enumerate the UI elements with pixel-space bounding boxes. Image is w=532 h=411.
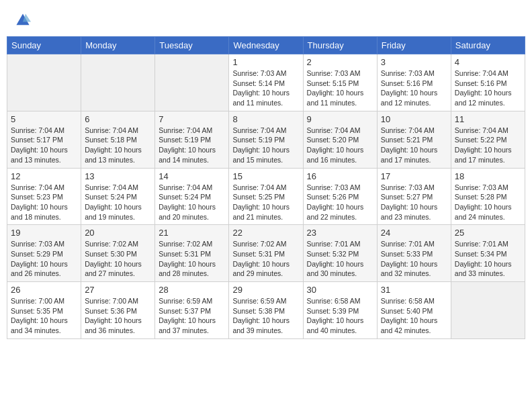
calendar-cell: 1Sunrise: 7:03 AM Sunset: 5:14 PM Daylig… <box>229 54 303 111</box>
day-number: 14 <box>159 171 225 181</box>
calendar-cell: 29Sunrise: 6:59 AM Sunset: 5:38 PM Dayli… <box>229 282 303 339</box>
calendar-cell: 20Sunrise: 7:02 AM Sunset: 5:30 PM Dayli… <box>81 225 155 282</box>
day-info: Sunrise: 6:58 AM Sunset: 5:39 PM Dayligh… <box>307 296 373 336</box>
day-number: 2 <box>307 57 373 67</box>
day-info: Sunrise: 7:03 AM Sunset: 5:16 PM Dayligh… <box>381 68 447 108</box>
calendar-cell: 27Sunrise: 7:00 AM Sunset: 5:36 PM Dayli… <box>81 282 155 339</box>
day-number: 16 <box>307 171 373 181</box>
calendar-cell <box>81 54 155 111</box>
day-number: 20 <box>85 228 151 238</box>
calendar-cell: 12Sunrise: 7:04 AM Sunset: 5:23 PM Dayli… <box>7 168 81 225</box>
calendar-cell: 22Sunrise: 7:02 AM Sunset: 5:31 PM Dayli… <box>229 225 303 282</box>
day-number: 9 <box>307 114 373 124</box>
day-info: Sunrise: 7:03 AM Sunset: 5:27 PM Dayligh… <box>381 183 447 222</box>
day-number: 13 <box>85 171 151 181</box>
day-info: Sunrise: 7:04 AM Sunset: 5:24 PM Dayligh… <box>159 183 225 222</box>
calendar-cell: 11Sunrise: 7:04 AM Sunset: 5:22 PM Dayli… <box>451 111 525 168</box>
day-info: Sunrise: 7:04 AM Sunset: 5:16 PM Dayligh… <box>455 68 521 108</box>
weekday-header-monday: Monday <box>81 37 155 54</box>
calendar-cell: 2Sunrise: 7:03 AM Sunset: 5:15 PM Daylig… <box>303 54 377 111</box>
calendar-cell: 30Sunrise: 6:58 AM Sunset: 5:39 PM Dayli… <box>303 282 377 339</box>
weekday-header-thursday: Thursday <box>303 37 377 54</box>
day-number: 8 <box>232 114 299 124</box>
weekday-header-friday: Friday <box>377 37 451 54</box>
logo-icon <box>15 12 31 28</box>
calendar-cell: 25Sunrise: 7:01 AM Sunset: 5:34 PM Dayli… <box>451 225 525 282</box>
day-info: Sunrise: 7:03 AM Sunset: 5:26 PM Dayligh… <box>307 183 373 222</box>
day-number: 28 <box>159 285 225 295</box>
week-row-5: 26Sunrise: 7:00 AM Sunset: 5:35 PM Dayli… <box>7 282 525 339</box>
day-number: 12 <box>11 171 77 181</box>
day-number: 21 <box>159 228 225 238</box>
calendar-cell: 14Sunrise: 7:04 AM Sunset: 5:24 PM Dayli… <box>155 168 229 225</box>
day-info: Sunrise: 6:59 AM Sunset: 5:38 PM Dayligh… <box>232 296 299 336</box>
day-info: Sunrise: 7:01 AM Sunset: 5:34 PM Dayligh… <box>455 239 521 279</box>
calendar-cell <box>155 54 229 111</box>
calendar-cell <box>451 282 525 339</box>
day-number: 6 <box>85 114 151 124</box>
day-info: Sunrise: 6:59 AM Sunset: 5:37 PM Dayligh… <box>159 296 225 336</box>
calendar-cell: 4Sunrise: 7:04 AM Sunset: 5:16 PM Daylig… <box>451 54 525 111</box>
day-number: 29 <box>232 285 299 295</box>
calendar-cell: 13Sunrise: 7:04 AM Sunset: 5:24 PM Dayli… <box>81 168 155 225</box>
calendar-cell: 3Sunrise: 7:03 AM Sunset: 5:16 PM Daylig… <box>377 54 451 111</box>
logo <box>13 12 31 31</box>
week-row-2: 5Sunrise: 7:04 AM Sunset: 5:17 PM Daylig… <box>7 111 525 168</box>
calendar-cell: 10Sunrise: 7:04 AM Sunset: 5:21 PM Dayli… <box>377 111 451 168</box>
day-number: 22 <box>232 228 299 238</box>
day-number: 25 <box>455 228 521 238</box>
day-info: Sunrise: 6:58 AM Sunset: 5:40 PM Dayligh… <box>381 296 447 336</box>
day-number: 30 <box>307 285 373 295</box>
weekday-header-saturday: Saturday <box>451 37 525 54</box>
calendar-cell: 5Sunrise: 7:04 AM Sunset: 5:17 PM Daylig… <box>7 111 81 168</box>
day-number: 1 <box>232 57 299 67</box>
day-number: 15 <box>232 171 299 181</box>
day-info: Sunrise: 7:03 AM Sunset: 5:15 PM Dayligh… <box>307 68 373 108</box>
calendar-cell: 16Sunrise: 7:03 AM Sunset: 5:26 PM Dayli… <box>303 168 377 225</box>
day-number: 27 <box>85 285 151 295</box>
day-info: Sunrise: 7:00 AM Sunset: 5:35 PM Dayligh… <box>11 296 77 336</box>
day-info: Sunrise: 7:04 AM Sunset: 5:24 PM Dayligh… <box>85 183 151 222</box>
day-info: Sunrise: 7:04 AM Sunset: 5:21 PM Dayligh… <box>381 126 447 165</box>
day-info: Sunrise: 7:04 AM Sunset: 5:23 PM Dayligh… <box>11 183 77 222</box>
day-number: 24 <box>381 228 447 238</box>
day-info: Sunrise: 7:04 AM Sunset: 5:19 PM Dayligh… <box>159 126 225 165</box>
calendar-cell <box>7 54 81 111</box>
day-info: Sunrise: 7:03 AM Sunset: 5:14 PM Dayligh… <box>232 68 299 108</box>
calendar-cell: 23Sunrise: 7:01 AM Sunset: 5:32 PM Dayli… <box>303 225 377 282</box>
day-number: 26 <box>11 285 77 295</box>
day-number: 7 <box>159 114 225 124</box>
day-info: Sunrise: 7:04 AM Sunset: 5:19 PM Dayligh… <box>232 126 299 165</box>
calendar-cell: 21Sunrise: 7:02 AM Sunset: 5:31 PM Dayli… <box>155 225 229 282</box>
calendar-cell: 19Sunrise: 7:03 AM Sunset: 5:29 PM Dayli… <box>7 225 81 282</box>
day-number: 10 <box>381 114 447 124</box>
weekday-header-tuesday: Tuesday <box>155 37 229 54</box>
calendar-cell: 7Sunrise: 7:04 AM Sunset: 5:19 PM Daylig… <box>155 111 229 168</box>
day-number: 19 <box>11 228 77 238</box>
calendar-cell: 26Sunrise: 7:00 AM Sunset: 5:35 PM Dayli… <box>7 282 81 339</box>
calendar-cell: 31Sunrise: 6:58 AM Sunset: 5:40 PM Dayli… <box>377 282 451 339</box>
calendar-cell: 9Sunrise: 7:04 AM Sunset: 5:20 PM Daylig… <box>303 111 377 168</box>
day-number: 4 <box>455 57 521 67</box>
calendar-cell: 28Sunrise: 6:59 AM Sunset: 5:37 PM Dayli… <box>155 282 229 339</box>
week-row-4: 19Sunrise: 7:03 AM Sunset: 5:29 PM Dayli… <box>7 225 525 282</box>
calendar-cell: 24Sunrise: 7:01 AM Sunset: 5:33 PM Dayli… <box>377 225 451 282</box>
page-header <box>7 7 525 34</box>
day-info: Sunrise: 7:01 AM Sunset: 5:32 PM Dayligh… <box>307 239 373 279</box>
day-info: Sunrise: 7:04 AM Sunset: 5:25 PM Dayligh… <box>232 183 299 222</box>
day-number: 3 <box>381 57 447 67</box>
calendar-table: SundayMondayTuesdayWednesdayThursdayFrid… <box>7 36 525 339</box>
weekday-header-row: SundayMondayTuesdayWednesdayThursdayFrid… <box>7 37 525 54</box>
calendar-cell: 8Sunrise: 7:04 AM Sunset: 5:19 PM Daylig… <box>229 111 303 168</box>
day-info: Sunrise: 7:04 AM Sunset: 5:17 PM Dayligh… <box>11 126 77 165</box>
calendar-cell: 6Sunrise: 7:04 AM Sunset: 5:18 PM Daylig… <box>81 111 155 168</box>
day-info: Sunrise: 7:02 AM Sunset: 5:31 PM Dayligh… <box>232 239 299 279</box>
day-number: 23 <box>307 228 373 238</box>
day-info: Sunrise: 7:01 AM Sunset: 5:33 PM Dayligh… <box>381 239 447 279</box>
day-number: 11 <box>455 114 521 124</box>
day-info: Sunrise: 7:04 AM Sunset: 5:18 PM Dayligh… <box>85 126 151 165</box>
day-number: 5 <box>11 114 77 124</box>
day-number: 18 <box>455 171 521 181</box>
day-info: Sunrise: 7:04 AM Sunset: 5:22 PM Dayligh… <box>455 126 521 165</box>
day-info: Sunrise: 7:00 AM Sunset: 5:36 PM Dayligh… <box>85 296 151 336</box>
